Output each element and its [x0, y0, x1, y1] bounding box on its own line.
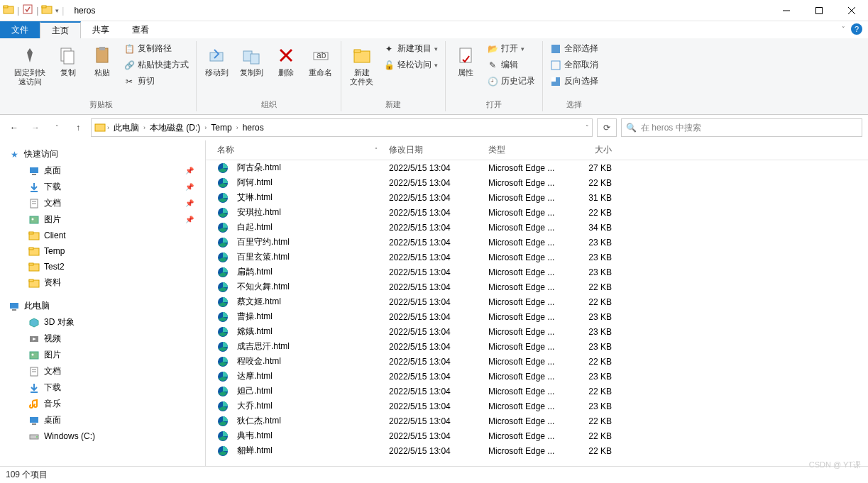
column-date[interactable]: 修改日期 — [383, 144, 483, 156]
crumb-this-pc[interactable]: 此电脑 — [111, 122, 142, 134]
maximize-button[interactable] — [803, 0, 835, 21]
crumb-drive-d[interactable]: 本地磁盘 (D:) — [147, 122, 203, 134]
file-row[interactable]: 百里玄策.html2022/5/15 13:04Microsoft Edge .… — [206, 250, 868, 265]
file-row[interactable]: 安琪拉.html2022/5/15 13:04Microsoft Edge ..… — [206, 205, 868, 220]
svg-rect-1 — [4, 6, 8, 8]
paste-button[interactable]: 粘贴 — [87, 41, 118, 80]
back-button[interactable]: ← — [6, 119, 23, 136]
search-box[interactable]: 🔍 在 heros 中搜索 — [621, 118, 862, 137]
tab-file[interactable]: 文件 — [0, 21, 40, 38]
svg-rect-47 — [30, 352, 38, 359]
address-bar[interactable]: › 此电脑› 本地磁盘 (D:)› Temp› heros ˅ — [91, 118, 593, 137]
select-all-button[interactable]: 全部选择 — [547, 41, 601, 56]
minimize-button[interactable] — [770, 0, 803, 21]
sidebar-item-桌面[interactable]: 桌面 — [0, 412, 205, 428]
file-row[interactable]: 狄仁杰.html2022/5/15 13:04Microsoft Edge ..… — [206, 413, 868, 428]
open-button[interactable]: 📂打开 ▾ — [484, 41, 538, 56]
save-icon[interactable] — [22, 4, 33, 17]
file-row[interactable]: 艾琳.html2022/5/15 13:04Microsoft Edge ...… — [206, 190, 868, 205]
file-row[interactable]: 百里守约.html2022/5/15 13:04Microsoft Edge .… — [206, 235, 868, 250]
status-bar: 109 个项目 — [0, 466, 868, 483]
star-icon: ★ — [9, 149, 20, 160]
copy-to-button[interactable]: 复制到 — [236, 41, 268, 80]
sidebar-item-Client[interactable]: Client — [0, 228, 205, 243]
sidebar-item-图片[interactable]: 图片📌 — [0, 211, 205, 228]
sidebar-item-图片[interactable]: 图片 — [0, 347, 205, 363]
svg-rect-10 — [64, 51, 74, 64]
sidebar-item-Windows (C:)[interactable]: Windows (C:) — [0, 428, 205, 444]
tab-home[interactable]: 主页 — [40, 21, 81, 38]
sidebar-quick-access[interactable]: ★ 快速访问 — [0, 146, 205, 162]
sidebar-item-Test2[interactable]: Test2 — [0, 259, 205, 274]
rename-button[interactable]: ab重命名 — [304, 41, 336, 80]
file-row[interactable]: 曹操.html2022/5/15 13:04Microsoft Edge ...… — [206, 309, 868, 324]
sidebar-item-视频[interactable]: 视频 — [0, 331, 205, 347]
navigation-pane[interactable]: ★ 快速访问 桌面📌下载📌文档📌图片📌ClientTempTest2资料 此电脑… — [0, 140, 206, 466]
forward-button[interactable]: → — [27, 119, 44, 136]
sidebar-item-资料[interactable]: 资料 — [0, 274, 205, 291]
svg-rect-29 — [32, 174, 36, 175]
copy-path-button[interactable]: 📋复制路径 — [121, 41, 192, 56]
delete-button[interactable]: 删除 — [270, 41, 302, 80]
file-row[interactable]: 貂蝉.html2022/5/15 13:04Microsoft Edge ...… — [206, 443, 868, 458]
file-row[interactable]: 达摩.html2022/5/15 13:04Microsoft Edge ...… — [206, 369, 868, 384]
sidebar-item-下载[interactable]: 下载📌 — [0, 179, 205, 195]
close-button[interactable] — [835, 0, 868, 21]
file-row[interactable]: 成吉思汗.html2022/5/15 13:04Microsoft Edge .… — [206, 339, 868, 354]
crumb-temp[interactable]: Temp — [208, 123, 234, 133]
file-row[interactable]: 典韦.html2022/5/15 13:04Microsoft Edge ...… — [206, 428, 868, 443]
address-dropdown-icon[interactable]: ˅ — [586, 124, 589, 131]
file-row[interactable]: 扁鹊.html2022/5/15 13:04Microsoft Edge ...… — [206, 265, 868, 279]
new-folder-button[interactable]: 新建 文件夹 — [346, 41, 378, 89]
ribbon-collapse-icon[interactable]: ˅ — [842, 26, 845, 33]
column-headers: 名称˄ 修改日期 类型 大小 — [206, 140, 868, 160]
pin-to-quick-access-button[interactable]: 固定到快 速访问 — [10, 41, 50, 89]
select-none-button[interactable]: 全部取消 — [547, 57, 601, 72]
file-row[interactable]: 嫦娥.html2022/5/15 13:04Microsoft Edge ...… — [206, 324, 868, 339]
select-none-icon — [550, 60, 561, 71]
file-row[interactable]: 白起.html2022/5/15 13:04Microsoft Edge ...… — [206, 220, 868, 235]
svg-rect-28 — [30, 167, 38, 173]
ribbon-group-clipboard: 固定到快 速访问 复制 粘贴 📋复制路径 🔗粘贴快捷方式 ✂剪切 剪贴板 — [6, 41, 197, 111]
recent-locations-button[interactable]: ˅ — [48, 119, 65, 136]
tab-view[interactable]: 查看 — [121, 21, 160, 38]
videos-icon — [28, 333, 40, 345]
column-name[interactable]: 名称˄ — [206, 144, 383, 156]
sidebar-item-桌面[interactable]: 桌面📌 — [0, 162, 205, 179]
crumb-heros[interactable]: heros — [240, 123, 267, 133]
sidebar-item-文档[interactable]: 文档 — [0, 363, 205, 379]
folder-icon — [28, 230, 40, 241]
help-icon[interactable]: ? — [851, 23, 862, 35]
refresh-button[interactable]: ⟳ — [597, 118, 617, 137]
invert-selection-button[interactable]: 反向选择 — [547, 74, 601, 89]
file-row[interactable]: 妲己.html2022/5/15 13:04Microsoft Edge ...… — [206, 384, 868, 399]
file-list[interactable]: 名称˄ 修改日期 类型 大小 阿古朵.html2022/5/15 13:04Mi… — [206, 140, 868, 466]
up-button[interactable]: ↑ — [70, 119, 87, 136]
properties-button[interactable]: 属性 — [450, 41, 481, 80]
file-row[interactable]: 蔡文姬.html2022/5/15 13:04Microsoft Edge ..… — [206, 294, 868, 309]
qat-dropdown-icon[interactable]: ▾ — [55, 7, 59, 14]
sidebar-item-文档[interactable]: 文档📌 — [0, 195, 205, 211]
sidebar-item-3D 对象[interactable]: 3D 对象 — [0, 314, 205, 331]
sidebar-item-音乐[interactable]: 音乐 — [0, 396, 205, 412]
new-item-button[interactable]: ✦新建项目 ▾ — [380, 41, 441, 56]
file-row[interactable]: 不知火舞.html2022/5/15 13:04Microsoft Edge .… — [206, 279, 868, 294]
tab-share[interactable]: 共享 — [81, 21, 121, 38]
file-row[interactable]: 阿轲.html2022/5/15 13:04Microsoft Edge ...… — [206, 175, 868, 190]
file-row[interactable]: 阿古朵.html2022/5/15 13:04Microsoft Edge ..… — [206, 160, 868, 175]
sidebar-item-Temp[interactable]: Temp — [0, 243, 205, 259]
easy-access-button[interactable]: 🔓轻松访问 ▾ — [380, 57, 441, 72]
cut-button[interactable]: ✂剪切 — [121, 74, 192, 89]
column-type[interactable]: 类型 — [483, 144, 568, 156]
history-button[interactable]: 🕘历史记录 — [484, 74, 538, 89]
column-size[interactable]: 大小 — [568, 144, 617, 156]
sidebar-this-pc[interactable]: 此电脑 — [0, 298, 205, 314]
move-to-button[interactable]: 移动到 — [201, 41, 233, 80]
file-row[interactable]: 程咬金.html2022/5/15 13:04Microsoft Edge ..… — [206, 354, 868, 369]
copy-button[interactable]: 复制 — [53, 41, 84, 80]
file-row[interactable]: 大乔.html2022/5/15 13:04Microsoft Edge ...… — [206, 399, 868, 413]
paste-shortcut-button[interactable]: 🔗粘贴快捷方式 — [121, 57, 192, 72]
folder-icon — [94, 121, 106, 135]
edit-button[interactable]: ✎编辑 — [484, 57, 538, 72]
sidebar-item-下载[interactable]: 下载 — [0, 379, 205, 396]
